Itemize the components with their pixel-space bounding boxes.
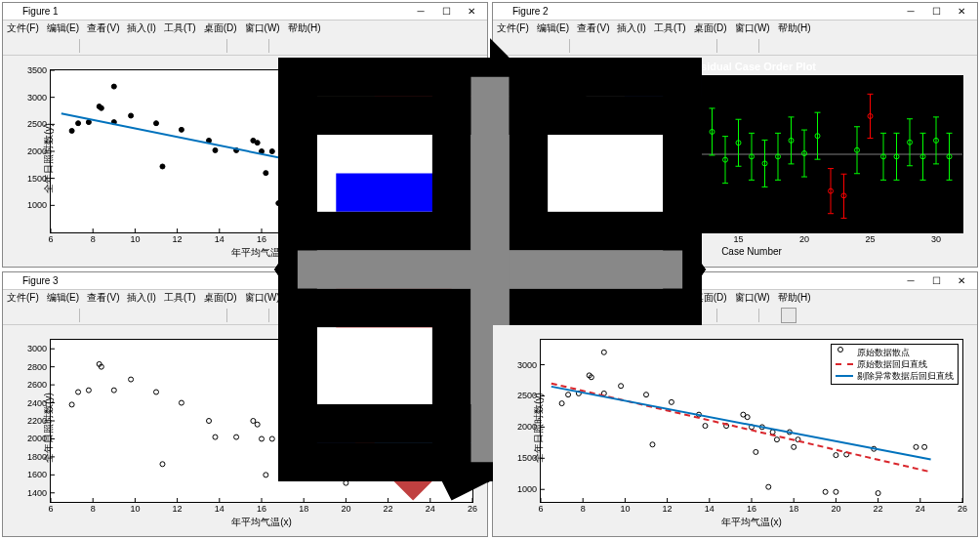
svg-point-384 [766, 484, 771, 489]
legend-item: 原始数据散点 [836, 347, 954, 358]
svg-point-370 [601, 350, 606, 354]
svg-point-388 [792, 444, 796, 449]
x-tick: 26 [958, 504, 967, 514]
legend[interactable]: 原始数据散点原始数据回归直线剔除异常数据后回归直线 [831, 344, 959, 385]
svg-point-374 [650, 442, 655, 447]
svg-point-396 [914, 444, 919, 449]
svg-point-380 [745, 415, 750, 420]
plot-area: 6810121416182022242610001500200025003000… [493, 325, 977, 536]
y-label: 全年日照时数(y) [532, 393, 546, 463]
subplot-icon[interactable] [781, 308, 796, 323]
axes[interactable]: 6810121416182022242610001500200025003000… [540, 339, 963, 503]
toolbar [493, 306, 977, 325]
svg-point-386 [774, 437, 779, 442]
y-tick: 3000 [517, 360, 537, 370]
svg-point-377 [703, 424, 708, 429]
x-tick: 6 [538, 504, 543, 514]
x-tick: 10 [620, 504, 630, 514]
svg-point-382 [754, 449, 758, 454]
svg-point-375 [669, 399, 674, 404]
x-tick: 16 [747, 504, 756, 514]
svg-point-390 [823, 489, 828, 494]
svg-point-391 [834, 489, 838, 494]
x-tick: 18 [789, 504, 798, 514]
svg-point-373 [644, 393, 649, 397]
x-tick: 12 [663, 504, 673, 514]
svg-point-366 [566, 393, 571, 397]
x-tick: 22 [874, 504, 883, 514]
figure-4-window: Figure 4 ─ ☐ ✕ 文件(F)编辑(E)查看(V)插入(I)工具(T)… [492, 271, 978, 537]
svg-point-398 [838, 348, 843, 352]
svg-point-365 [559, 401, 564, 406]
x-tick: 8 [581, 504, 586, 514]
svg-point-372 [619, 384, 624, 389]
y-tick: 1000 [517, 484, 537, 494]
svg-point-397 [922, 444, 927, 449]
x-label: 年平均气温(x) [721, 516, 782, 529]
svg-point-392 [834, 453, 838, 458]
x-tick: 20 [831, 504, 840, 514]
x-tick: 24 [916, 504, 925, 514]
x-tick: 14 [705, 504, 715, 514]
svg-point-395 [876, 491, 880, 496]
